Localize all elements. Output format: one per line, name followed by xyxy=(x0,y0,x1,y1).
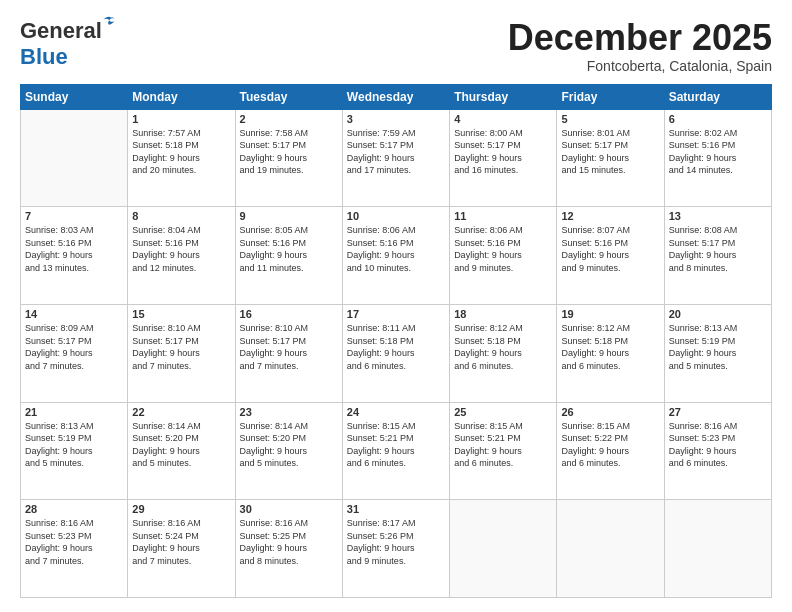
day-info: Sunrise: 8:13 AMSunset: 5:19 PMDaylight:… xyxy=(25,420,123,470)
day-number: 4 xyxy=(454,113,552,125)
day-info: Sunrise: 8:00 AMSunset: 5:17 PMDaylight:… xyxy=(454,127,552,177)
day-number: 10 xyxy=(347,210,445,222)
calendar-week-row: 1Sunrise: 7:57 AMSunset: 5:18 PMDaylight… xyxy=(21,109,772,207)
day-number: 21 xyxy=(25,406,123,418)
day-number: 20 xyxy=(669,308,767,320)
calendar-cell: 22Sunrise: 8:14 AMSunset: 5:20 PMDayligh… xyxy=(128,402,235,500)
calendar-cell: 27Sunrise: 8:16 AMSunset: 5:23 PMDayligh… xyxy=(664,402,771,500)
day-number: 13 xyxy=(669,210,767,222)
day-info: Sunrise: 8:17 AMSunset: 5:26 PMDaylight:… xyxy=(347,517,445,567)
calendar-cell: 16Sunrise: 8:10 AMSunset: 5:17 PMDayligh… xyxy=(235,304,342,402)
logo: General Blue xyxy=(20,18,102,70)
day-number: 19 xyxy=(561,308,659,320)
calendar-cell: 21Sunrise: 8:13 AMSunset: 5:19 PMDayligh… xyxy=(21,402,128,500)
calendar-cell: 1Sunrise: 7:57 AMSunset: 5:18 PMDaylight… xyxy=(128,109,235,207)
calendar-cell: 5Sunrise: 8:01 AMSunset: 5:17 PMDaylight… xyxy=(557,109,664,207)
day-info: Sunrise: 8:14 AMSunset: 5:20 PMDaylight:… xyxy=(240,420,338,470)
day-number: 22 xyxy=(132,406,230,418)
day-number: 16 xyxy=(240,308,338,320)
calendar-cell: 30Sunrise: 8:16 AMSunset: 5:25 PMDayligh… xyxy=(235,500,342,598)
weekday-header-tuesday: Tuesday xyxy=(235,84,342,109)
day-info: Sunrise: 8:10 AMSunset: 5:17 PMDaylight:… xyxy=(132,322,230,372)
calendar-cell: 23Sunrise: 8:14 AMSunset: 5:20 PMDayligh… xyxy=(235,402,342,500)
calendar-cell: 7Sunrise: 8:03 AMSunset: 5:16 PMDaylight… xyxy=(21,207,128,305)
day-number: 2 xyxy=(240,113,338,125)
weekday-header-wednesday: Wednesday xyxy=(342,84,449,109)
calendar-cell: 17Sunrise: 8:11 AMSunset: 5:18 PMDayligh… xyxy=(342,304,449,402)
day-number: 8 xyxy=(132,210,230,222)
day-info: Sunrise: 8:13 AMSunset: 5:19 PMDaylight:… xyxy=(669,322,767,372)
day-info: Sunrise: 7:57 AMSunset: 5:18 PMDaylight:… xyxy=(132,127,230,177)
calendar-cell xyxy=(664,500,771,598)
calendar-cell: 24Sunrise: 8:15 AMSunset: 5:21 PMDayligh… xyxy=(342,402,449,500)
day-info: Sunrise: 8:08 AMSunset: 5:17 PMDaylight:… xyxy=(669,224,767,274)
calendar-cell: 29Sunrise: 8:16 AMSunset: 5:24 PMDayligh… xyxy=(128,500,235,598)
weekday-header-sunday: Sunday xyxy=(21,84,128,109)
day-info: Sunrise: 8:16 AMSunset: 5:24 PMDaylight:… xyxy=(132,517,230,567)
day-info: Sunrise: 8:09 AMSunset: 5:17 PMDaylight:… xyxy=(25,322,123,372)
day-number: 11 xyxy=(454,210,552,222)
day-number: 14 xyxy=(25,308,123,320)
calendar-cell: 20Sunrise: 8:13 AMSunset: 5:19 PMDayligh… xyxy=(664,304,771,402)
weekday-header-thursday: Thursday xyxy=(450,84,557,109)
day-number: 9 xyxy=(240,210,338,222)
calendar-cell: 18Sunrise: 8:12 AMSunset: 5:18 PMDayligh… xyxy=(450,304,557,402)
weekday-header-saturday: Saturday xyxy=(664,84,771,109)
day-number: 27 xyxy=(669,406,767,418)
day-number: 6 xyxy=(669,113,767,125)
day-number: 5 xyxy=(561,113,659,125)
weekday-header-monday: Monday xyxy=(128,84,235,109)
calendar-week-row: 7Sunrise: 8:03 AMSunset: 5:16 PMDaylight… xyxy=(21,207,772,305)
day-info: Sunrise: 7:58 AMSunset: 5:17 PMDaylight:… xyxy=(240,127,338,177)
calendar-cell: 31Sunrise: 8:17 AMSunset: 5:26 PMDayligh… xyxy=(342,500,449,598)
page: General Blue December 2025 Fontcoberta, … xyxy=(0,0,792,612)
logo-bird-icon xyxy=(102,14,120,32)
calendar-cell: 12Sunrise: 8:07 AMSunset: 5:16 PMDayligh… xyxy=(557,207,664,305)
header: General Blue December 2025 Fontcoberta, … xyxy=(20,18,772,74)
day-info: Sunrise: 8:12 AMSunset: 5:18 PMDaylight:… xyxy=(561,322,659,372)
day-number: 1 xyxy=(132,113,230,125)
calendar-cell: 19Sunrise: 8:12 AMSunset: 5:18 PMDayligh… xyxy=(557,304,664,402)
day-info: Sunrise: 8:02 AMSunset: 5:16 PMDaylight:… xyxy=(669,127,767,177)
calendar-cell: 8Sunrise: 8:04 AMSunset: 5:16 PMDaylight… xyxy=(128,207,235,305)
day-number: 17 xyxy=(347,308,445,320)
day-number: 24 xyxy=(347,406,445,418)
day-info: Sunrise: 8:03 AMSunset: 5:16 PMDaylight:… xyxy=(25,224,123,274)
day-info: Sunrise: 8:04 AMSunset: 5:16 PMDaylight:… xyxy=(132,224,230,274)
calendar-week-row: 14Sunrise: 8:09 AMSunset: 5:17 PMDayligh… xyxy=(21,304,772,402)
day-number: 23 xyxy=(240,406,338,418)
day-info: Sunrise: 8:15 AMSunset: 5:21 PMDaylight:… xyxy=(454,420,552,470)
calendar-cell: 28Sunrise: 8:16 AMSunset: 5:23 PMDayligh… xyxy=(21,500,128,598)
day-number: 28 xyxy=(25,503,123,515)
day-number: 26 xyxy=(561,406,659,418)
day-number: 29 xyxy=(132,503,230,515)
calendar-cell: 10Sunrise: 8:06 AMSunset: 5:16 PMDayligh… xyxy=(342,207,449,305)
month-title: December 2025 xyxy=(508,18,772,58)
day-info: Sunrise: 8:14 AMSunset: 5:20 PMDaylight:… xyxy=(132,420,230,470)
day-number: 18 xyxy=(454,308,552,320)
day-info: Sunrise: 8:05 AMSunset: 5:16 PMDaylight:… xyxy=(240,224,338,274)
calendar-cell xyxy=(450,500,557,598)
location-subtitle: Fontcoberta, Catalonia, Spain xyxy=(508,58,772,74)
logo-text-general: General xyxy=(20,18,102,43)
day-number: 31 xyxy=(347,503,445,515)
calendar-cell: 6Sunrise: 8:02 AMSunset: 5:16 PMDaylight… xyxy=(664,109,771,207)
day-number: 15 xyxy=(132,308,230,320)
day-info: Sunrise: 8:16 AMSunset: 5:23 PMDaylight:… xyxy=(25,517,123,567)
calendar-cell: 25Sunrise: 8:15 AMSunset: 5:21 PMDayligh… xyxy=(450,402,557,500)
calendar-cell xyxy=(21,109,128,207)
title-block: December 2025 Fontcoberta, Catalonia, Sp… xyxy=(508,18,772,74)
day-info: Sunrise: 8:15 AMSunset: 5:21 PMDaylight:… xyxy=(347,420,445,470)
calendar-cell: 9Sunrise: 8:05 AMSunset: 5:16 PMDaylight… xyxy=(235,207,342,305)
day-info: Sunrise: 8:15 AMSunset: 5:22 PMDaylight:… xyxy=(561,420,659,470)
day-number: 7 xyxy=(25,210,123,222)
calendar-cell xyxy=(557,500,664,598)
day-info: Sunrise: 8:07 AMSunset: 5:16 PMDaylight:… xyxy=(561,224,659,274)
day-info: Sunrise: 8:11 AMSunset: 5:18 PMDaylight:… xyxy=(347,322,445,372)
logo-text-blue: Blue xyxy=(20,44,68,69)
calendar-cell: 4Sunrise: 8:00 AMSunset: 5:17 PMDaylight… xyxy=(450,109,557,207)
calendar-cell: 3Sunrise: 7:59 AMSunset: 5:17 PMDaylight… xyxy=(342,109,449,207)
day-info: Sunrise: 8:16 AMSunset: 5:23 PMDaylight:… xyxy=(669,420,767,470)
day-info: Sunrise: 8:16 AMSunset: 5:25 PMDaylight:… xyxy=(240,517,338,567)
day-info: Sunrise: 8:12 AMSunset: 5:18 PMDaylight:… xyxy=(454,322,552,372)
